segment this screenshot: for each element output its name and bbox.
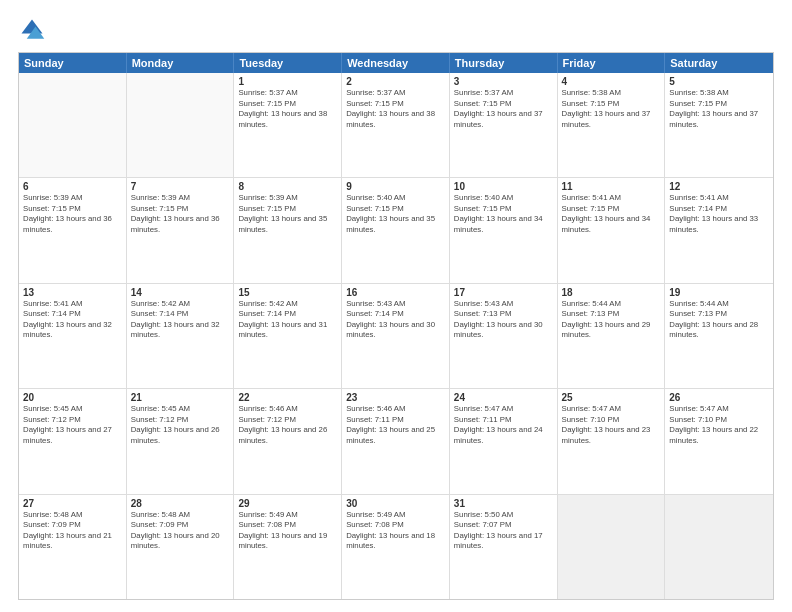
cell-text: Sunrise: 5:45 AM Sunset: 7:12 PM Dayligh… [23,404,122,446]
day-number: 20 [23,392,122,403]
calendar-cell: 9Sunrise: 5:40 AM Sunset: 7:15 PM Daylig… [342,178,450,282]
calendar-header-cell: Sunday [19,53,127,73]
cell-text: Sunrise: 5:37 AM Sunset: 7:15 PM Dayligh… [454,88,553,130]
cell-text: Sunrise: 5:38 AM Sunset: 7:15 PM Dayligh… [669,88,769,130]
day-number: 8 [238,181,337,192]
calendar-cell: 1Sunrise: 5:37 AM Sunset: 7:15 PM Daylig… [234,73,342,177]
calendar-cell: 20Sunrise: 5:45 AM Sunset: 7:12 PM Dayli… [19,389,127,493]
day-number: 27 [23,498,122,509]
header [18,16,774,44]
calendar-header-cell: Wednesday [342,53,450,73]
calendar-cell: 25Sunrise: 5:47 AM Sunset: 7:10 PM Dayli… [558,389,666,493]
calendar-cell: 6Sunrise: 5:39 AM Sunset: 7:15 PM Daylig… [19,178,127,282]
cell-text: Sunrise: 5:37 AM Sunset: 7:15 PM Dayligh… [238,88,337,130]
logo [18,16,50,44]
cell-text: Sunrise: 5:44 AM Sunset: 7:13 PM Dayligh… [669,299,769,341]
day-number: 30 [346,498,445,509]
calendar-cell: 18Sunrise: 5:44 AM Sunset: 7:13 PM Dayli… [558,284,666,388]
calendar-cell: 11Sunrise: 5:41 AM Sunset: 7:15 PM Dayli… [558,178,666,282]
calendar-header: SundayMondayTuesdayWednesdayThursdayFrid… [19,53,773,73]
cell-text: Sunrise: 5:48 AM Sunset: 7:09 PM Dayligh… [23,510,122,552]
calendar-cell: 3Sunrise: 5:37 AM Sunset: 7:15 PM Daylig… [450,73,558,177]
day-number: 11 [562,181,661,192]
day-number: 23 [346,392,445,403]
cell-text: Sunrise: 5:37 AM Sunset: 7:15 PM Dayligh… [346,88,445,130]
calendar-cell: 8Sunrise: 5:39 AM Sunset: 7:15 PM Daylig… [234,178,342,282]
cell-text: Sunrise: 5:45 AM Sunset: 7:12 PM Dayligh… [131,404,230,446]
cell-text: Sunrise: 5:42 AM Sunset: 7:14 PM Dayligh… [238,299,337,341]
calendar-cell: 19Sunrise: 5:44 AM Sunset: 7:13 PM Dayli… [665,284,773,388]
calendar-cell: 22Sunrise: 5:46 AM Sunset: 7:12 PM Dayli… [234,389,342,493]
calendar: SundayMondayTuesdayWednesdayThursdayFrid… [18,52,774,600]
day-number: 22 [238,392,337,403]
day-number: 4 [562,76,661,87]
calendar-cell [665,495,773,599]
calendar-header-cell: Tuesday [234,53,342,73]
cell-text: Sunrise: 5:49 AM Sunset: 7:08 PM Dayligh… [238,510,337,552]
day-number: 31 [454,498,553,509]
calendar-cell: 15Sunrise: 5:42 AM Sunset: 7:14 PM Dayli… [234,284,342,388]
day-number: 9 [346,181,445,192]
day-number: 21 [131,392,230,403]
calendar-cell: 10Sunrise: 5:40 AM Sunset: 7:15 PM Dayli… [450,178,558,282]
cell-text: Sunrise: 5:50 AM Sunset: 7:07 PM Dayligh… [454,510,553,552]
logo-icon [18,16,46,44]
cell-text: Sunrise: 5:43 AM Sunset: 7:14 PM Dayligh… [346,299,445,341]
calendar-cell: 7Sunrise: 5:39 AM Sunset: 7:15 PM Daylig… [127,178,235,282]
cell-text: Sunrise: 5:47 AM Sunset: 7:10 PM Dayligh… [669,404,769,446]
calendar-cell: 13Sunrise: 5:41 AM Sunset: 7:14 PM Dayli… [19,284,127,388]
cell-text: Sunrise: 5:39 AM Sunset: 7:15 PM Dayligh… [238,193,337,235]
calendar-cell: 12Sunrise: 5:41 AM Sunset: 7:14 PM Dayli… [665,178,773,282]
calendar-row: 20Sunrise: 5:45 AM Sunset: 7:12 PM Dayli… [19,389,773,494]
calendar-cell: 16Sunrise: 5:43 AM Sunset: 7:14 PM Dayli… [342,284,450,388]
day-number: 7 [131,181,230,192]
day-number: 1 [238,76,337,87]
day-number: 25 [562,392,661,403]
calendar-cell: 31Sunrise: 5:50 AM Sunset: 7:07 PM Dayli… [450,495,558,599]
calendar-row: 6Sunrise: 5:39 AM Sunset: 7:15 PM Daylig… [19,178,773,283]
day-number: 12 [669,181,769,192]
cell-text: Sunrise: 5:41 AM Sunset: 7:14 PM Dayligh… [23,299,122,341]
calendar-cell: 14Sunrise: 5:42 AM Sunset: 7:14 PM Dayli… [127,284,235,388]
calendar-cell: 17Sunrise: 5:43 AM Sunset: 7:13 PM Dayli… [450,284,558,388]
day-number: 5 [669,76,769,87]
calendar-cell [19,73,127,177]
day-number: 3 [454,76,553,87]
cell-text: Sunrise: 5:46 AM Sunset: 7:11 PM Dayligh… [346,404,445,446]
day-number: 19 [669,287,769,298]
day-number: 2 [346,76,445,87]
day-number: 14 [131,287,230,298]
calendar-cell: 2Sunrise: 5:37 AM Sunset: 7:15 PM Daylig… [342,73,450,177]
day-number: 15 [238,287,337,298]
calendar-cell: 26Sunrise: 5:47 AM Sunset: 7:10 PM Dayli… [665,389,773,493]
calendar-cell: 21Sunrise: 5:45 AM Sunset: 7:12 PM Dayli… [127,389,235,493]
calendar-cell: 24Sunrise: 5:47 AM Sunset: 7:11 PM Dayli… [450,389,558,493]
day-number: 17 [454,287,553,298]
calendar-cell [558,495,666,599]
day-number: 16 [346,287,445,298]
calendar-header-cell: Friday [558,53,666,73]
cell-text: Sunrise: 5:39 AM Sunset: 7:15 PM Dayligh… [23,193,122,235]
day-number: 10 [454,181,553,192]
calendar-cell: 5Sunrise: 5:38 AM Sunset: 7:15 PM Daylig… [665,73,773,177]
calendar-cell: 28Sunrise: 5:48 AM Sunset: 7:09 PM Dayli… [127,495,235,599]
cell-text: Sunrise: 5:47 AM Sunset: 7:10 PM Dayligh… [562,404,661,446]
calendar-row: 27Sunrise: 5:48 AM Sunset: 7:09 PM Dayli… [19,495,773,599]
calendar-header-cell: Saturday [665,53,773,73]
day-number: 18 [562,287,661,298]
calendar-cell: 27Sunrise: 5:48 AM Sunset: 7:09 PM Dayli… [19,495,127,599]
cell-text: Sunrise: 5:47 AM Sunset: 7:11 PM Dayligh… [454,404,553,446]
calendar-row: 13Sunrise: 5:41 AM Sunset: 7:14 PM Dayli… [19,284,773,389]
cell-text: Sunrise: 5:39 AM Sunset: 7:15 PM Dayligh… [131,193,230,235]
day-number: 26 [669,392,769,403]
calendar-header-cell: Monday [127,53,235,73]
page: SundayMondayTuesdayWednesdayThursdayFrid… [0,0,792,612]
cell-text: Sunrise: 5:41 AM Sunset: 7:14 PM Dayligh… [669,193,769,235]
cell-text: Sunrise: 5:44 AM Sunset: 7:13 PM Dayligh… [562,299,661,341]
calendar-row: 1Sunrise: 5:37 AM Sunset: 7:15 PM Daylig… [19,73,773,178]
cell-text: Sunrise: 5:40 AM Sunset: 7:15 PM Dayligh… [454,193,553,235]
cell-text: Sunrise: 5:43 AM Sunset: 7:13 PM Dayligh… [454,299,553,341]
cell-text: Sunrise: 5:41 AM Sunset: 7:15 PM Dayligh… [562,193,661,235]
cell-text: Sunrise: 5:46 AM Sunset: 7:12 PM Dayligh… [238,404,337,446]
day-number: 24 [454,392,553,403]
